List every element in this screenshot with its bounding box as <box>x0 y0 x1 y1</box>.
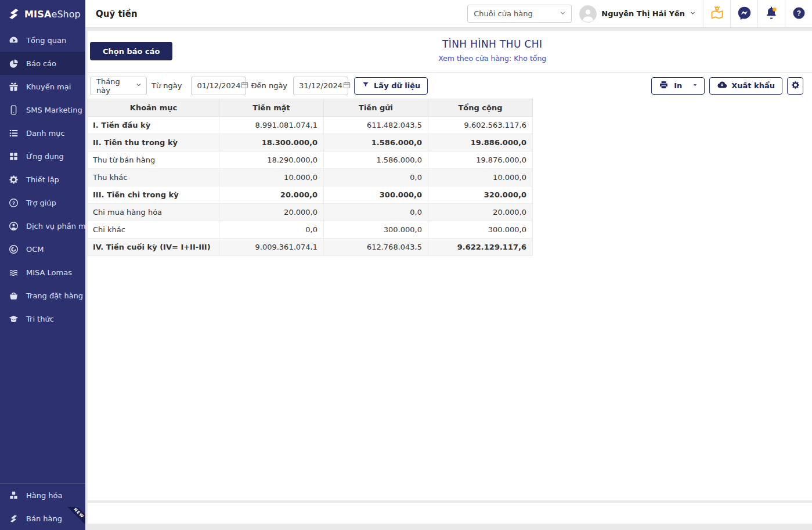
to-date-input[interactable]: 31/12/2024 <box>293 77 348 95</box>
sidebar-item-thiet-lap[interactable]: Thiết lập <box>0 168 85 191</box>
table-row: III. Tiền chi trong kỳ20.000,0300.000,03… <box>88 186 533 204</box>
basket-icon <box>8 290 19 301</box>
column-header: Tiền mặt <box>219 99 324 117</box>
sidebar-item-ban-hang[interactable]: Bán hàngNEW <box>0 507 85 530</box>
period-select[interactable]: Tháng này <box>90 77 147 95</box>
cell-label: Chi khác <box>88 221 219 239</box>
sidebar-item-bao-cao[interactable]: Báo cáo <box>0 52 85 75</box>
sidebar-item-ocm[interactable]: OCM <box>0 237 85 261</box>
sidebar-item-hang-hoa[interactable]: Hàng hóa <box>0 484 85 507</box>
caret-down-icon <box>692 81 698 90</box>
sidebar-item-misa-lomas[interactable]: MISA Lomas <box>0 261 85 284</box>
sidebar-item-sms-marketing[interactable]: SMS Marketing <box>0 98 85 121</box>
sidebar-nav-bottom: Hàng hóaBán hàngNEW <box>0 483 85 530</box>
table-row: Chi mua hàng hóa20.000,00,020.000,0 <box>88 204 533 221</box>
cell-cash: 10.000,0 <box>219 169 324 186</box>
store-selector[interactable]: Chuỗi cửa hàng <box>467 5 572 23</box>
report-title: TÌNH HÌNH THU CHI <box>172 38 812 50</box>
store-selector-value: Chuỗi cửa hàng <box>474 9 532 18</box>
cell-cash[interactable]: 9.009.361.074,1 <box>219 239 324 256</box>
sidebar-item-label: Tri thức <box>26 315 54 323</box>
user-menu[interactable]: Nguyễn Thị Hải Yến <box>579 5 696 23</box>
table-row: Thu từ bán hàng18.290.000,01.586.000,019… <box>88 152 533 169</box>
bell-icon <box>764 5 779 22</box>
sidebar: MISAeShop Tổng quanBáo cáoKhuyến mạiSMS … <box>0 0 85 530</box>
sidebar-item-label: Trang đặt hàng <box>26 291 83 300</box>
app-root: MISAeShop Tổng quanBáo cáoKhuyến mạiSMS … <box>0 0 812 530</box>
sidebar-item-tri-thuc[interactable]: Tri thức <box>0 307 85 330</box>
person-icon <box>8 220 19 232</box>
cell-total: 300.000,0 <box>428 221 533 239</box>
print-button[interactable]: In <box>651 77 705 95</box>
sidebar-item-tong-quan[interactable]: Tổng quan <box>0 28 85 52</box>
misa-s-icon <box>8 513 19 524</box>
ocm-icon <box>8 243 19 255</box>
sidebar-item-dich-vu-phan-mem[interactable]: Dịch vụ phần mềm <box>0 214 85 237</box>
filter-row: Tháng này Từ ngày 01/12/2024 Đến ngày 31… <box>88 73 812 99</box>
cell-label: I. Tiền đầu kỳ <box>88 117 219 134</box>
table-row: I. Tiền đầu kỳ8.991.081.074,1611.482.043… <box>88 117 533 134</box>
sidebar-item-ung-dung[interactable]: Ứng dụng <box>0 145 85 168</box>
cell-total: 19.886.000,0 <box>428 134 533 152</box>
sidebar-item-trang-dat-hang[interactable]: Trang đặt hàng <box>0 284 85 307</box>
list-icon <box>8 127 19 139</box>
to-date-label: Đến ngày <box>251 81 287 90</box>
cloud-export-icon <box>717 80 727 92</box>
help-button[interactable]: ? <box>785 0 812 27</box>
help-icon: ? <box>8 197 19 208</box>
graduation-cap-icon <box>8 313 19 325</box>
cell-cash: 18.300.000,0 <box>219 134 324 152</box>
page-title: Quỹ tiền <box>96 9 138 19</box>
choose-report-button[interactable]: Chọn báo cáo <box>90 42 172 60</box>
from-date-value: 01/12/2024 <box>197 81 240 90</box>
export-button[interactable]: Xuất khẩu <box>709 77 782 95</box>
calendar-icon <box>240 81 249 91</box>
cell-label: Thu từ bán hàng <box>88 152 219 169</box>
column-header: Tiền gửi <box>324 99 428 117</box>
messenger-button[interactable] <box>730 0 757 27</box>
cell-cash: 20.000,0 <box>219 204 324 221</box>
report-table: Khoản mụcTiền mặtTiền gửiTổng cộng I. Ti… <box>88 99 533 256</box>
sidebar-item-label: Bán hàng <box>26 514 62 523</box>
sidebar-item-label: Thiết lập <box>26 175 59 184</box>
idea-map-icon <box>709 5 725 23</box>
from-date-input[interactable]: 01/12/2024 <box>191 77 246 95</box>
notifications-button[interactable] <box>757 0 785 27</box>
cell-deposit: 0,0 <box>324 169 428 186</box>
cell-deposit: 300.000,0 <box>324 186 428 204</box>
app-logo[interactable]: MISAeShop <box>0 0 85 28</box>
cell-label: Chi mua hàng hóa <box>88 204 219 221</box>
suggestion-button[interactable] <box>703 0 730 27</box>
sidebar-item-danh-muc[interactable]: Danh mục <box>0 121 85 145</box>
filter-funnel-icon <box>362 81 370 91</box>
misa-logo-icon <box>6 6 21 21</box>
sidebar-item-khuyen-mai[interactable]: Khuyến mại <box>0 75 85 98</box>
cell-label: IV. Tiền cuối kỳ (IV= I+II-III) <box>88 239 219 256</box>
topbar: Quỹ tiền Chuỗi cửa hàng Nguyễn Thị Hải Y… <box>85 0 812 28</box>
pie-chart-icon <box>8 57 19 69</box>
topbar-right: Chuỗi cửa hàng Nguyễn Thị Hải Yến <box>467 0 812 27</box>
chevron-down-icon <box>690 9 696 18</box>
table-settings-button[interactable] <box>787 77 803 95</box>
cell-deposit[interactable]: 612.768.043,5 <box>324 239 428 256</box>
boxes-icon <box>8 489 19 501</box>
period-select-value: Tháng này <box>96 77 135 95</box>
sidebar-item-label: Danh mục <box>26 129 65 138</box>
sidebar-item-label: OCM <box>26 245 44 254</box>
layers-icon <box>8 266 19 278</box>
logo-text-eshop: eShop <box>52 9 81 20</box>
cell-total: 10.000,0 <box>428 169 533 186</box>
sidebar-nav: Tổng quanBáo cáoKhuyến mạiSMS MarketingD… <box>0 28 85 483</box>
cell-cash: 18.290.000,0 <box>219 152 324 169</box>
user-name: Nguyễn Thị Hải Yến <box>601 9 685 18</box>
report-subtitle: Xem theo cửa hàng: Kho tổng <box>172 54 812 63</box>
load-data-button[interactable]: Lấy dữ liệu <box>354 77 428 95</box>
printer-icon <box>659 80 669 92</box>
panel-head: Chọn báo cáo TÌNH HÌNH THU CHI Xem theo … <box>88 31 812 73</box>
cell-cash: 20.000,0 <box>219 186 324 204</box>
cell-label: Thu khác <box>88 169 219 186</box>
phone-icon <box>8 104 19 116</box>
cell-label: II. Tiền thu trong kỳ <box>88 134 219 152</box>
cell-cash: 0,0 <box>219 221 324 239</box>
sidebar-item-tro-giup[interactable]: ?Trợ giúp <box>0 191 85 214</box>
